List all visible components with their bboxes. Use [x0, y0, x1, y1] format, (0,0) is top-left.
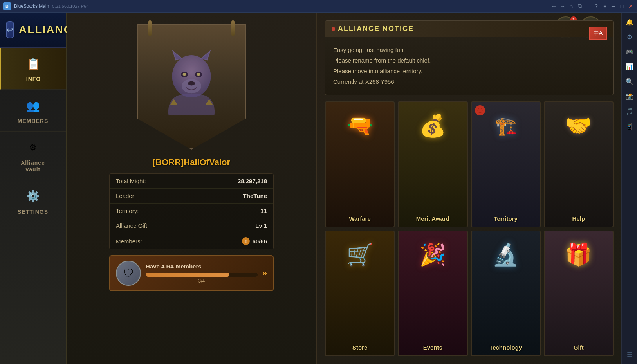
- app-name: BlueStacks Main: [14, 4, 49, 9]
- action-store[interactable]: 🛒 Store: [325, 231, 395, 357]
- stat-row-gift: Alliance Gift: Lv 1: [110, 218, 273, 233]
- territory-label: Territory: [494, 215, 518, 222]
- svg-point-8: [197, 73, 200, 76]
- copy-nav-btn[interactable]: ⧉: [577, 3, 583, 9]
- action-technology[interactable]: 🔬 Technology: [471, 231, 541, 357]
- action-events[interactable]: 🎉 Events: [398, 231, 467, 357]
- leader-label: Leader:: [116, 193, 136, 199]
- svg-point-10: [188, 81, 195, 86]
- svg-point-7: [183, 73, 186, 76]
- back-nav-btn[interactable]: ←: [551, 3, 557, 9]
- members-stat-label: Members:: [116, 238, 142, 245]
- action-help[interactable]: 🤝 Help: [544, 101, 614, 227]
- rt-btn-8[interactable]: 📱: [623, 120, 636, 132]
- quest-progress-fill: [146, 273, 229, 277]
- info-section: [BORR]HallOfValor Total Might: 28,297,21…: [67, 13, 621, 364]
- gift-image: 🎁: [545, 231, 613, 278]
- events-image: 🎉: [399, 231, 467, 278]
- alliance-header: ↩ ALLIANCE: [0, 13, 66, 48]
- notice-header: ALLIANCE NOTICE: [325, 21, 613, 37]
- help-label: Help: [572, 215, 585, 222]
- translate-button[interactable]: 中A: [589, 27, 607, 40]
- right-info-panel: 📖 1 📤 ALLIANCE NOTICE: [317, 13, 621, 364]
- warning-icon: !: [242, 237, 250, 245]
- gift-value: Lv 1: [255, 222, 267, 229]
- territory-label: Territory:: [116, 207, 139, 214]
- alliance-name: [BORR]HallOfValor: [153, 157, 230, 168]
- forward-nav-btn[interactable]: →: [559, 3, 566, 9]
- action-warfare[interactable]: 🔫 Warfare: [325, 101, 395, 227]
- warfare-image: 🔫: [326, 102, 394, 149]
- might-label: Total Might:: [116, 178, 146, 184]
- vault-label: AllianceVault: [21, 160, 45, 173]
- quest-progress-text: 3/4: [146, 278, 258, 284]
- back-button[interactable]: ↩: [6, 21, 14, 38]
- title-bar-controls[interactable]: ← → ⌂ ⧉ ? ≡ ─ □ ✕: [551, 3, 634, 9]
- territory-notification-badge: !: [475, 105, 485, 115]
- stat-row-leader: Leader: TheTune: [110, 189, 273, 204]
- settings-icon: ⚙️: [24, 187, 42, 205]
- settings-label: SETTINGS: [18, 209, 48, 215]
- notice-indicator: [332, 27, 335, 31]
- rt-btn-2[interactable]: ⚙: [623, 31, 636, 43]
- action-merit[interactable]: 💰 Merit Award: [398, 101, 467, 227]
- left-info-panel: [BORR]HallOfValor Total Might: 28,297,21…: [67, 13, 317, 364]
- rt-btn-4[interactable]: 📊: [623, 60, 636, 73]
- rt-btn-9[interactable]: ☰: [623, 348, 636, 361]
- quest-banner[interactable]: 🛡 Have 4 R4 members 3/4 »: [109, 255, 274, 291]
- banner-pole-right: [231, 20, 235, 36]
- alliance-panel: ↩ ALLIANCE 📋 INFO 👥 MEMBERS ⚙ AllianceVa…: [0, 13, 621, 364]
- stat-row-might: Total Might: 28,297,218: [110, 174, 273, 189]
- main-container: ↩ ALLIANCE 📋 INFO 👥 MEMBERS ⚙ AllianceVa…: [0, 13, 637, 364]
- tech-image: 🔬: [472, 231, 540, 278]
- help-image: 🤝: [545, 102, 613, 149]
- leader-value: TheTune: [243, 193, 267, 199]
- action-territory[interactable]: ! 🏗️ Territory: [471, 101, 541, 227]
- game-area: ↩ ALLIANCE 📋 INFO 👥 MEMBERS ⚙ AllianceVa…: [0, 13, 621, 364]
- quest-badge: 🛡: [116, 261, 141, 286]
- right-toolbar: 🔔 ⚙ 🎮 📊 🔍 📸 🎵 📱 ☰: [621, 13, 637, 364]
- merit-label: Merit Award: [416, 215, 449, 222]
- menu-btn[interactable]: ≡: [602, 3, 608, 9]
- sidebar-item-members[interactable]: 👥 MEMBERS: [0, 90, 66, 132]
- might-value: 28,297,218: [238, 178, 267, 184]
- info-icon: 📋: [25, 55, 43, 73]
- help-btn[interactable]: ?: [593, 3, 599, 9]
- banner-shape: [137, 24, 246, 150]
- close-btn[interactable]: ✕: [628, 3, 634, 9]
- stat-row-members: Members: ! 60/66: [110, 233, 273, 249]
- sidebar-item-vault[interactable]: ⚙ AllianceVault: [0, 132, 66, 180]
- action-gift[interactable]: 🎁 Gift: [544, 231, 614, 357]
- gift-label: Gift: [574, 344, 584, 351]
- store-image: 🛒: [326, 231, 394, 278]
- rt-btn-7[interactable]: 🎵: [623, 105, 636, 117]
- store-label: Store: [352, 344, 367, 351]
- members-icon: 👥: [24, 97, 42, 115]
- rt-btn-1[interactable]: 🔔: [623, 16, 636, 28]
- maximize-btn[interactable]: □: [619, 3, 625, 9]
- left-sidebar: ↩ ALLIANCE 📋 INFO 👥 MEMBERS ⚙ AllianceVa…: [0, 13, 67, 364]
- sidebar-item-info[interactable]: 📋 INFO: [0, 48, 66, 90]
- title-bar-left: B BlueStacks Main 5.21.560.1027 P64: [3, 2, 88, 10]
- members-stat-value: ! 60/66: [242, 237, 267, 245]
- gift-label: Alliance Gift:: [116, 222, 149, 229]
- rt-btn-6[interactable]: 📸: [623, 90, 636, 103]
- quest-progress-bar: [146, 273, 258, 277]
- minimize-btn[interactable]: ─: [610, 3, 617, 9]
- rt-btn-3[interactable]: 🎮: [623, 45, 636, 58]
- quest-content: Have 4 R4 members 3/4: [146, 263, 258, 284]
- stats-table: Total Might: 28,297,218 Leader: TheTune …: [109, 173, 274, 249]
- info-label: INFO: [26, 76, 41, 82]
- wolf-emblem: [156, 48, 227, 126]
- notice-container: ALLIANCE NOTICE Easy going, just having …: [325, 20, 614, 95]
- stat-row-territory: Territory: 11: [110, 204, 273, 218]
- svg-text:!: !: [479, 109, 480, 113]
- notice-title: ALLIANCE NOTICE: [338, 25, 414, 33]
- notice-section: ALLIANCE NOTICE Easy going, just having …: [325, 20, 614, 95]
- vault-icon: ⚙: [24, 139, 42, 157]
- rt-btn-5[interactable]: 🔍: [623, 75, 636, 88]
- home-nav-btn[interactable]: ⌂: [568, 3, 574, 9]
- sidebar-item-settings[interactable]: ⚙️ SETTINGS: [0, 180, 66, 222]
- tech-label: Technology: [489, 344, 522, 351]
- merit-image: 💰: [399, 102, 467, 149]
